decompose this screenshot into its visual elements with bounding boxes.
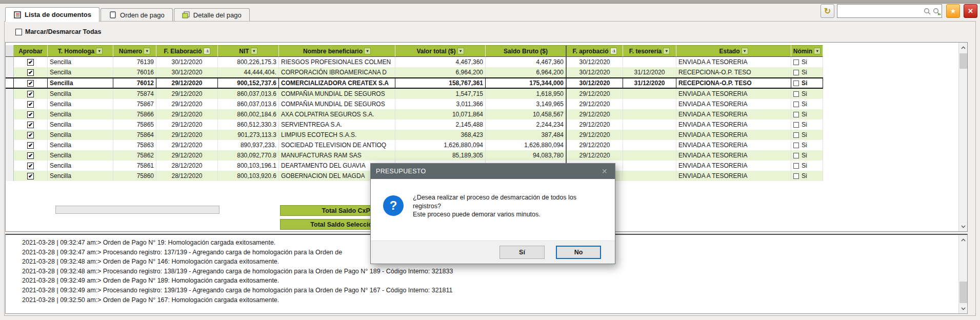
aprobar-checkbox[interactable]: ✔ bbox=[27, 101, 34, 108]
row-selector[interactable] bbox=[6, 150, 14, 161]
column-header-nomina[interactable]: Nómin▾ bbox=[791, 45, 823, 57]
no-button[interactable]: No bbox=[556, 246, 601, 259]
column-header-nombre[interactable]: Nombre beneficiario▾ bbox=[279, 45, 395, 57]
refresh-button[interactable]: ↻ bbox=[821, 4, 834, 18]
row-selector[interactable] bbox=[6, 119, 14, 130]
table-row[interactable]: ✔Sencilla7586529/12/2020860,512,330.3SER… bbox=[6, 119, 823, 130]
row-selector[interactable] bbox=[6, 57, 14, 67]
nomina-checkbox[interactable] bbox=[793, 70, 799, 75]
aprobar-checkbox[interactable]: ✔ bbox=[27, 163, 34, 169]
star-button[interactable]: ★ bbox=[946, 4, 960, 18]
column-header-nit[interactable]: NIT▾ bbox=[218, 45, 279, 57]
aprobar-checkbox[interactable]: ✔ bbox=[27, 152, 34, 159]
aprobar-checkbox[interactable]: ✔ bbox=[27, 69, 34, 76]
column-header-homologa[interactable]: T. Homologa▾ bbox=[48, 45, 113, 57]
cell-estado: ENVIADA A TESORERIA bbox=[676, 99, 791, 109]
aprobar-checkbox[interactable]: ✔ bbox=[27, 91, 34, 97]
table-scrollbar[interactable] bbox=[958, 43, 967, 231]
row-selector[interactable] bbox=[6, 67, 14, 77]
cell-f_aprobacion: 30/12/2020 bbox=[567, 67, 623, 77]
table-row[interactable]: ✔Sencilla7601229/12/2020900,152,737.6COM… bbox=[6, 77, 823, 89]
table-scroll-thumb[interactable] bbox=[959, 53, 967, 69]
aprobar-checkbox[interactable]: ✔ bbox=[27, 111, 34, 118]
nomina-checkbox[interactable] bbox=[793, 143, 799, 148]
filter-dropdown-icon[interactable]: ▾ bbox=[742, 48, 748, 54]
log-scroll-thumb[interactable] bbox=[959, 282, 967, 303]
filter-dropdown-icon[interactable]: ▾ bbox=[663, 48, 670, 54]
aprobar-checkbox[interactable]: ✔ bbox=[27, 80, 34, 87]
nomina-checkbox[interactable] bbox=[793, 59, 799, 65]
column-header-f_tesoreria[interactable]: F. tesorería▾ bbox=[623, 45, 676, 57]
cell-homologa: Sencilla bbox=[48, 67, 113, 77]
row-selector[interactable] bbox=[6, 109, 14, 119]
filter-dropdown-icon[interactable]: ▾ bbox=[457, 48, 464, 54]
nomina-checkbox[interactable] bbox=[793, 122, 799, 128]
table-row[interactable]: ✔Sencilla7586329/12/2020890,937,233.SOCI… bbox=[6, 140, 823, 150]
nomina-checkbox[interactable] bbox=[793, 112, 799, 117]
column-header-aprobar[interactable]: Aprobar bbox=[14, 45, 48, 57]
row-selector[interactable] bbox=[6, 78, 14, 88]
aprobar-checkbox[interactable]: ✔ bbox=[27, 142, 34, 149]
log-scrollbar[interactable] bbox=[958, 235, 967, 313]
yes-button[interactable]: Sí bbox=[499, 246, 545, 259]
row-selector[interactable] bbox=[6, 161, 14, 171]
aprobar-checkbox[interactable]: ✔ bbox=[27, 122, 34, 128]
sort-icon[interactable]: ↓1 bbox=[610, 48, 617, 54]
dialog-button-strip: Sí No bbox=[371, 241, 615, 264]
row-selector[interactable] bbox=[6, 140, 14, 150]
nomina-checkbox[interactable] bbox=[793, 153, 799, 158]
filter-dropdown-icon[interactable]: ▾ bbox=[96, 48, 103, 54]
dialog-close-icon[interactable]: ✕ bbox=[599, 167, 610, 175]
table-row[interactable]: ✔Sencilla7613930/12/2020800,226,175.3RIE… bbox=[6, 57, 823, 67]
cell-valor: 6,964,200 bbox=[395, 67, 486, 77]
cell-saldo: 1,618,950 bbox=[486, 89, 567, 99]
tab-orden-de-pago[interactable]: Orden de pago bbox=[101, 8, 173, 21]
filter-dropdown-icon[interactable]: ▾ bbox=[364, 48, 371, 54]
magnifier-next-icon[interactable] bbox=[933, 8, 942, 18]
table-row[interactable]: ✔Sencilla7587429/12/2020860,037,013.6COM… bbox=[6, 89, 823, 99]
row-selector[interactable] bbox=[6, 130, 14, 140]
sort-icon[interactable]: ↓1 bbox=[204, 48, 210, 54]
dialog-title-bar[interactable]: PRESUPUESTO ✕ bbox=[371, 164, 615, 179]
cell-nit: 830,092,770.8 bbox=[218, 150, 279, 161]
aprobar-checkbox[interactable]: ✔ bbox=[27, 59, 34, 66]
cell-f_elaboracion: 29/12/2020 bbox=[156, 140, 218, 150]
magnifier-icon[interactable] bbox=[924, 8, 931, 17]
column-header-estado[interactable]: Estado▾ bbox=[676, 45, 791, 57]
filter-dropdown-icon[interactable]: ▾ bbox=[814, 48, 821, 54]
table-row[interactable]: ✔Sencilla7586629/12/2020860,002,184.6AXA… bbox=[6, 109, 823, 119]
row-selector[interactable] bbox=[6, 171, 14, 181]
column-header-valor[interactable]: Valor total ($)▾ bbox=[395, 45, 486, 57]
nomina-checkbox[interactable] bbox=[793, 102, 799, 107]
table-row[interactable]: ✔Sencilla7586729/12/2020860,037,013.6COM… bbox=[6, 99, 823, 109]
row-selector[interactable] bbox=[6, 99, 14, 109]
column-header-f_elaboracion[interactable]: F. Elaboració↓1 bbox=[156, 45, 218, 57]
aprobar-checkbox[interactable]: ✔ bbox=[27, 173, 34, 179]
select-all-checkbox[interactable] bbox=[15, 29, 22, 35]
filter-dropdown-icon[interactable]: ▾ bbox=[144, 48, 150, 54]
nomina-checkbox[interactable] bbox=[793, 173, 799, 179]
table-row[interactable]: ✔Sencilla7601630/12/202044,444,404.CORPO… bbox=[6, 67, 823, 77]
search-input[interactable] bbox=[839, 6, 921, 16]
column-header-numero[interactable]: Número▾ bbox=[113, 45, 156, 57]
aprobar-checkbox[interactable]: ✔ bbox=[27, 132, 34, 138]
row-selector[interactable] bbox=[6, 89, 14, 99]
scroll-down-icon[interactable] bbox=[959, 222, 968, 231]
log-scroll-up-icon[interactable] bbox=[959, 235, 968, 244]
filter-dropdown-icon[interactable]: ▾ bbox=[251, 48, 257, 54]
nomina-checkbox[interactable] bbox=[793, 81, 799, 86]
column-header-saldo[interactable]: Saldo Bruto ($) bbox=[486, 45, 567, 57]
nomina-checkbox[interactable] bbox=[793, 132, 799, 138]
table-row[interactable]: ✔Sencilla7586429/12/2020901,273,113.3LIM… bbox=[6, 130, 823, 140]
tab-lista-de-documentos[interactable]: Lista de documentos bbox=[5, 7, 99, 22]
cell-homologa: Sencilla bbox=[48, 171, 113, 181]
close-button[interactable]: ✕ bbox=[964, 4, 977, 18]
refresh-icon: ↻ bbox=[824, 6, 831, 16]
log-scroll-down-icon[interactable] bbox=[959, 304, 968, 313]
nomina-checkbox[interactable] bbox=[793, 91, 799, 97]
table-row[interactable]: ✔Sencilla7586229/12/2020830,092,770.8MAN… bbox=[6, 150, 823, 161]
nomina-checkbox[interactable] bbox=[793, 163, 799, 169]
column-header-f_aprobacion[interactable]: F. aprobació↓1 bbox=[567, 45, 623, 57]
tab-detalle-del-pago[interactable]: Detalle del pago bbox=[174, 8, 250, 21]
scroll-up-icon[interactable] bbox=[959, 43, 968, 52]
